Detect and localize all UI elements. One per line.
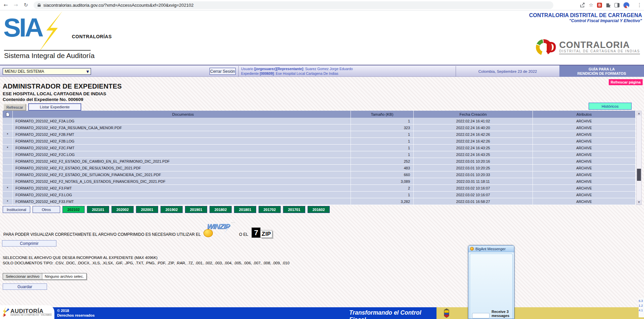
documents-table-header: Documentos Tamaño (KB) Fecha Creación At… bbox=[3, 111, 636, 118]
cell-document-name[interactable]: FORMATO_202102_H02_F33.FMT bbox=[13, 198, 351, 205]
table-row[interactable]: FORMATO_202102_H02_F2A_RESUMEN_CAJA_MENO… bbox=[3, 124, 636, 131]
refresh-page-button[interactable]: Refrescar página bbox=[609, 79, 643, 85]
tab-period-201801[interactable]: 201801 bbox=[234, 206, 256, 213]
tab-period-201701[interactable]: 201701 bbox=[283, 206, 305, 213]
document-icon bbox=[6, 112, 9, 116]
table-row[interactable]: FORMATO_202102_H02_F2_ESTADO_DE_RESULTAD… bbox=[3, 165, 636, 171]
browser-back-icon[interactable]: ← bbox=[1, 2, 10, 8]
cell-attributes: ARCHIVE bbox=[533, 192, 636, 198]
lock-icon bbox=[38, 3, 41, 7]
bookmark-star-icon[interactable]: ☆ bbox=[589, 2, 593, 8]
browser-menu-dots[interactable]: ⋮ bbox=[637, 2, 642, 8]
table-row[interactable]: *FORMATO_202102_H02_F2B.FMT12022.02.24 1… bbox=[3, 131, 636, 138]
cell-document-name[interactable]: FORMATO_202102_H02_F2_ESTADO_DE_CAMBIO_E… bbox=[13, 158, 351, 164]
cell-document-name[interactable]: FORMATO_202102_H02_F2_ESTADO_DE_RESULTAD… bbox=[13, 165, 351, 171]
cell-document-name[interactable]: FORMATO_202102_H02_F2A_RESUMEN_CAJA_MENO… bbox=[13, 124, 351, 131]
cell-flag bbox=[3, 124, 13, 131]
cell-document-name[interactable]: FORMATO_202102_H02_F2B.FMT bbox=[13, 131, 351, 138]
column-fecha[interactable]: Fecha Creación bbox=[414, 111, 533, 118]
sevenzip-7-icon: 7 bbox=[251, 227, 261, 238]
sia-logo-brand: CONTRALORÍAS bbox=[72, 34, 112, 39]
tab-otros[interactable]: Otros bbox=[33, 206, 60, 213]
winzip-logo[interactable]: WINZIP ⋯ bbox=[203, 220, 235, 238]
bigant-messenger-window[interactable]: BigAnt Messenger Receive 3 messages bbox=[468, 245, 514, 319]
cell-size: 483 bbox=[351, 165, 414, 171]
cell-document-name[interactable]: FORMATO_202102_H02_F2B.LOG bbox=[13, 138, 351, 144]
extension-b-icon[interactable]: B bbox=[597, 3, 602, 8]
cd-subtitle: DISTRITAL DE CARTAGENA DE INDIAS bbox=[559, 49, 640, 53]
tab-period-202101[interactable]: 202101 bbox=[87, 206, 109, 213]
table-row[interactable]: *FORMATO_202102_H02_F3.FMT22022.03.02 10… bbox=[3, 185, 636, 192]
cd-letter: D bbox=[546, 40, 557, 55]
current-date: Colombia, Septiembre 23 de 2022 bbox=[456, 65, 559, 77]
footer-yellow-band bbox=[436, 307, 644, 319]
compress-button[interactable]: Comprimir bbox=[2, 240, 56, 247]
column-tamano[interactable]: Tamaño (KB) bbox=[351, 111, 414, 118]
profile-avatar[interactable] bbox=[623, 2, 630, 8]
table-row[interactable]: FORMATO_202102_H02_F2C.LOG12022.02.24 16… bbox=[3, 151, 636, 158]
tab-period-201602[interactable]: 201602 bbox=[308, 206, 330, 213]
table-row[interactable]: FORMATO_202102_H02_F2B.LOG12022.02.24 16… bbox=[3, 138, 636, 145]
scroll-down-icon[interactable]: ▼ bbox=[637, 200, 641, 205]
cell-attributes: ARCHIVE bbox=[533, 145, 636, 151]
address-bar[interactable]: siacontralorias.auditoria.gov.co/?xmd=Ac… bbox=[34, 1, 553, 9]
table-row[interactable]: *FORMATO_202102_H02_F33.FMT3,2822022.03.… bbox=[3, 198, 636, 205]
tab-period-202002[interactable]: 202002 bbox=[111, 206, 134, 213]
side-panel-icon[interactable] bbox=[614, 3, 619, 7]
guide-formats-button[interactable]: GUÍA PARA LA RENDICIÓN DE FORMATOS bbox=[559, 65, 644, 77]
cell-document-name[interactable]: FORMATO_202102_H02_F2C.FMT bbox=[13, 145, 351, 151]
scrollbar-thumb[interactable] bbox=[637, 169, 641, 181]
browser-toolbar: ← → ↻ siacontralorias.auditoria.gov.co/?… bbox=[0, 0, 644, 10]
column-documentos[interactable]: Documentos bbox=[13, 111, 351, 118]
bigant-button[interactable] bbox=[472, 313, 490, 318]
choose-file-button[interactable]: Seleccionar archivo bbox=[3, 273, 42, 279]
table-row[interactable]: FORMATO_202102_H02_F2_ESTADO_DE_CAMBIO_E… bbox=[3, 158, 636, 165]
save-button[interactable]: Guardar bbox=[3, 283, 47, 290]
extensions-puzzle-icon[interactable] bbox=[606, 3, 611, 8]
cell-document-name[interactable]: FORMATO_202102_H02_F3.FMT bbox=[13, 185, 351, 191]
table-scrollbar[interactable]: ▲ ▼ bbox=[636, 111, 642, 205]
bigant-titlebar[interactable]: BigAnt Messenger bbox=[468, 246, 514, 252]
auditoria-logo: AUDITORÍA GENERAL DE LA REPÚBLICA - COLO… bbox=[0, 305, 54, 319]
cell-document-name[interactable]: FORMATO_202102_H02_F2_NOTAS_A_LOS_ESTADO… bbox=[13, 178, 351, 184]
historic-button[interactable]: Históricos bbox=[589, 103, 632, 110]
cell-attributes: ARCHIVE bbox=[533, 138, 636, 144]
sevenzip-zip-icon: ZIP bbox=[261, 230, 272, 238]
cell-date: 2022.03.01 10:20:33 bbox=[414, 171, 533, 178]
column-atributos[interactable]: Atributos bbox=[533, 111, 636, 118]
tab-period-202001[interactable]: 202001 bbox=[136, 206, 158, 213]
table-row[interactable]: FORMATO_202102_H02_F3.LOG12022.03.02 10:… bbox=[3, 192, 636, 198]
sevenzip-logo[interactable]: 7 ZIP bbox=[251, 227, 272, 238]
table-row[interactable]: FORMATO_202102_H02_F2A.LOG12022.02.24 16… bbox=[3, 118, 636, 124]
tab-period-201802[interactable]: 201802 bbox=[210, 206, 232, 213]
tab-period-201702[interactable]: 201702 bbox=[259, 206, 281, 213]
cell-date: 2022.02.24 16:43:25 bbox=[414, 151, 533, 158]
winzip-dots: ⋯ bbox=[231, 220, 235, 225]
cell-attributes: ARCHIVE bbox=[533, 198, 636, 205]
cell-document-name[interactable]: FORMATO_202102_H02_F3.LOG bbox=[13, 192, 351, 198]
table-row[interactable]: FORMATO_202102_H02_F2_NOTAS_A_LOS_ESTADO… bbox=[3, 178, 636, 185]
share-icon[interactable] bbox=[580, 3, 585, 8]
list-expediente-button[interactable]: Listar Expediente bbox=[28, 103, 81, 111]
url-text[interactable]: siacontralorias.auditoria.gov.co/?xmd=Ac… bbox=[43, 3, 193, 8]
scroll-up-icon[interactable]: ▲ bbox=[637, 111, 641, 116]
cell-attributes: ARCHIVE bbox=[533, 165, 636, 171]
browser-forward-icon[interactable]: → bbox=[11, 2, 20, 8]
file-input[interactable]: Seleccionar archivo Ninguno archivo sele… bbox=[3, 273, 87, 280]
system-menu-select[interactable]: MENU DEL SISTEMA ▼ bbox=[3, 68, 91, 75]
cell-flag bbox=[3, 171, 13, 178]
tab-institucional[interactable]: Institucional bbox=[3, 206, 30, 213]
tab-period-201902[interactable]: 201902 bbox=[160, 206, 183, 213]
table-row[interactable]: FORMATO_202102_H02_F2_ESTADO_DE_SITUACIO… bbox=[3, 171, 636, 178]
cell-document-name[interactable]: FORMATO_202102_H02_F2_ESTADO_DE_SITUACIO… bbox=[13, 171, 351, 178]
logout-button[interactable]: Cerrar Sesión bbox=[210, 68, 236, 75]
expediente-number-line: Contenido del Expediente No. 000609 bbox=[3, 97, 122, 102]
cell-flag: * bbox=[3, 145, 13, 151]
cell-document-name[interactable]: FORMATO_202102_H02_F2A.LOG bbox=[13, 118, 351, 124]
tab-period-201901[interactable]: 201901 bbox=[185, 206, 207, 213]
table-row[interactable]: *FORMATO_202102_H02_F2C.FMT12022.02.24 1… bbox=[3, 145, 636, 151]
refresh-button[interactable]: Refrescar bbox=[3, 104, 26, 111]
cell-document-name[interactable]: FORMATO_202102_H02_F2C.LOG bbox=[13, 151, 351, 158]
browser-reload-icon[interactable]: ↻ bbox=[21, 2, 30, 8]
tab-period-202102[interactable]: 202102 bbox=[62, 206, 85, 213]
